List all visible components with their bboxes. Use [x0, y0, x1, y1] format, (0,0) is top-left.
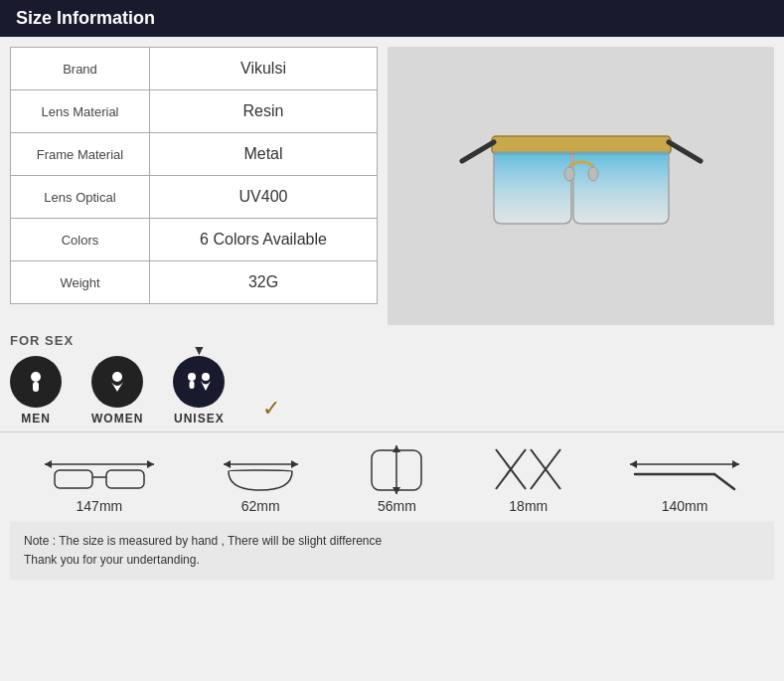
- product-image-area: [388, 47, 774, 325]
- sex-item-men: MEN: [10, 356, 62, 426]
- men-icon: [10, 356, 62, 408]
- sunglasses-illustration: [442, 96, 720, 275]
- svg-marker-12: [45, 460, 52, 468]
- measurement-56: 56mm: [378, 498, 416, 514]
- note-line2: Thank you for your undertanding.: [24, 551, 760, 570]
- table-label-3: Lens Optical: [11, 176, 150, 219]
- svg-marker-21: [392, 445, 400, 452]
- bridge-icon: [491, 444, 565, 494]
- main-content: Brand Vikulsi Lens Material Resin Frame …: [0, 37, 784, 325]
- measurement-18: 18mm: [509, 498, 548, 514]
- sex-item-unisex: ▼ UNISEX: [173, 356, 225, 426]
- svg-line-1: [462, 142, 494, 161]
- men-label: MEN: [21, 412, 51, 426]
- svg-marker-30: [732, 460, 739, 468]
- page-title: Size Information: [16, 8, 155, 28]
- svg-rect-9: [190, 381, 195, 389]
- svg-point-3: [564, 167, 574, 181]
- table-value-1: Resin: [150, 90, 378, 133]
- svg-marker-18: [224, 460, 231, 468]
- table-value-0: Vikulsi: [150, 48, 378, 90]
- svg-marker-19: [291, 460, 298, 468]
- sex-label: FOR SEX: [10, 333, 774, 348]
- table-value-4: 6 Colors Available: [150, 219, 378, 261]
- table-label-5: Weight: [11, 261, 150, 304]
- page-wrapper: Size Information Brand Vikulsi Lens Mate…: [0, 0, 784, 580]
- measurement-62: 62mm: [241, 498, 280, 514]
- svg-marker-13: [147, 460, 154, 468]
- lens-width-icon: [219, 444, 303, 494]
- page-header: Size Information: [0, 0, 784, 37]
- svg-rect-15: [106, 470, 144, 488]
- temple-icon: [625, 444, 744, 494]
- table-row: Frame Material Metal: [11, 133, 378, 176]
- table-row: Brand Vikulsi: [11, 48, 378, 90]
- table-label-1: Lens Material: [11, 90, 150, 133]
- measurement-lens-height: 56mm: [362, 444, 431, 514]
- measurement-140: 140mm: [662, 498, 708, 514]
- table-label-0: Brand: [11, 48, 150, 90]
- svg-rect-6: [33, 382, 39, 392]
- sex-item-women: WOMEN: [91, 356, 143, 426]
- svg-line-2: [669, 142, 701, 161]
- unisex-icon: [173, 356, 225, 408]
- svg-point-7: [112, 372, 122, 382]
- table-row: Colors 6 Colors Available: [11, 219, 378, 261]
- note-section: Note : The size is measured by hand , Th…: [10, 522, 774, 580]
- note-line1: Note : The size is measured by hand , Th…: [24, 532, 760, 551]
- table-row: Lens Material Resin: [11, 90, 378, 133]
- unisex-label: UNISEX: [174, 412, 225, 426]
- measurements-section: 147mm 62mm: [0, 431, 784, 514]
- table-value-5: 32G: [150, 261, 378, 304]
- sex-section: FOR SEX MEN: [0, 325, 784, 426]
- measurement-147: 147mm: [77, 498, 123, 514]
- women-label: WOMEN: [91, 412, 143, 426]
- svg-rect-14: [55, 470, 92, 488]
- info-table-section: Brand Vikulsi Lens Material Resin Frame …: [10, 47, 378, 325]
- table-row: Lens Optical UV400: [11, 176, 378, 219]
- table-value-3: UV400: [150, 176, 378, 219]
- lens-height-icon: [362, 444, 431, 494]
- info-table: Brand Vikulsi Lens Material Resin Frame …: [10, 47, 378, 304]
- measurement-bridge: 18mm: [491, 444, 565, 514]
- selected-arrow: ▼: [192, 342, 206, 358]
- svg-marker-29: [630, 460, 637, 468]
- measurements-row: 147mm 62mm: [10, 440, 774, 514]
- svg-point-8: [188, 373, 196, 381]
- svg-point-5: [31, 372, 41, 382]
- measurement-temple: 140mm: [625, 444, 744, 514]
- svg-point-10: [202, 373, 210, 381]
- svg-point-4: [588, 167, 598, 181]
- total-width-icon: [40, 444, 159, 494]
- women-icon: [91, 356, 143, 408]
- measurement-total-width: 147mm: [40, 444, 159, 514]
- table-value-2: Metal: [150, 133, 378, 176]
- table-label-2: Frame Material: [11, 133, 150, 176]
- table-label-4: Colors: [11, 219, 150, 261]
- svg-line-32: [714, 474, 734, 489]
- measurement-lens-width: 62mm: [219, 444, 303, 514]
- sex-icons-row: MEN WOMEN ▼: [10, 356, 774, 426]
- selected-checkmark: ✓: [262, 396, 280, 422]
- table-row: Weight 32G: [11, 261, 378, 304]
